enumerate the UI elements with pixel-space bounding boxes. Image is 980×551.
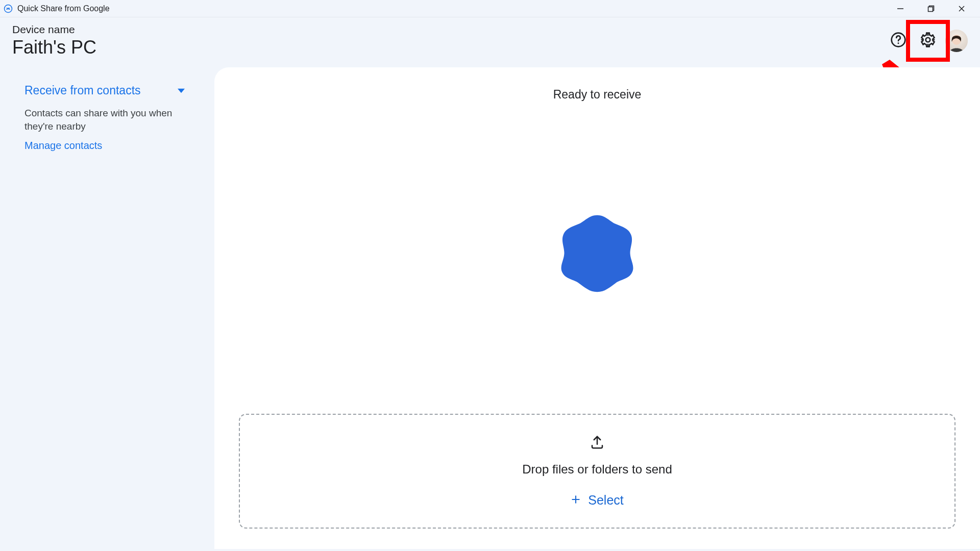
- blob-icon: [554, 209, 641, 295]
- caret-down-icon: [178, 84, 185, 97]
- svg-point-8: [926, 38, 930, 42]
- gear-icon: [920, 32, 936, 50]
- upload-icon: [590, 435, 605, 452]
- app-header: Device name Faith's PC: [0, 17, 980, 67]
- window-maximize-button[interactable]: [916, 0, 946, 17]
- account-avatar[interactable]: [945, 30, 968, 52]
- help-button[interactable]: [886, 29, 911, 53]
- titlebar: Quick Share from Google: [0, 0, 980, 17]
- select-files-button[interactable]: Select: [571, 493, 623, 508]
- window-minimize-button[interactable]: [885, 0, 916, 17]
- dropzone[interactable]: Drop files or folders to send Select: [239, 414, 955, 529]
- manage-contacts-link[interactable]: Manage contacts: [24, 140, 190, 152]
- quick-share-app-icon: [3, 4, 13, 14]
- svg-rect-3: [928, 7, 933, 11]
- settings-button[interactable]: [916, 29, 940, 53]
- dropzone-text: Drop files or folders to send: [522, 462, 672, 477]
- help-icon: [890, 32, 906, 50]
- header-icons: [886, 29, 968, 53]
- window-close-button[interactable]: [946, 0, 977, 17]
- device-name-block: Device name Faith's PC: [12, 23, 96, 58]
- svg-point-0: [5, 5, 12, 12]
- receive-indicator: [554, 209, 641, 295]
- body: Receive from contacts Contacts can share…: [0, 67, 980, 549]
- select-files-label: Select: [588, 493, 623, 508]
- receive-mode-dropdown[interactable]: Receive from contacts: [24, 84, 190, 97]
- receive-mode-description: Contacts can share with you when they're…: [24, 107, 178, 133]
- app-title: Quick Share from Google: [17, 4, 110, 13]
- device-name-label: Device name: [12, 23, 96, 36]
- status-label: Ready to receive: [553, 88, 642, 102]
- receive-mode-label: Receive from contacts: [24, 84, 141, 97]
- sidebar: Receive from contacts Contacts can share…: [0, 67, 214, 549]
- main-panel: Ready to receive Drop files or folders t…: [214, 67, 980, 549]
- svg-point-7: [898, 42, 899, 44]
- device-name-value: Faith's PC: [12, 37, 96, 58]
- plus-icon: [571, 493, 581, 508]
